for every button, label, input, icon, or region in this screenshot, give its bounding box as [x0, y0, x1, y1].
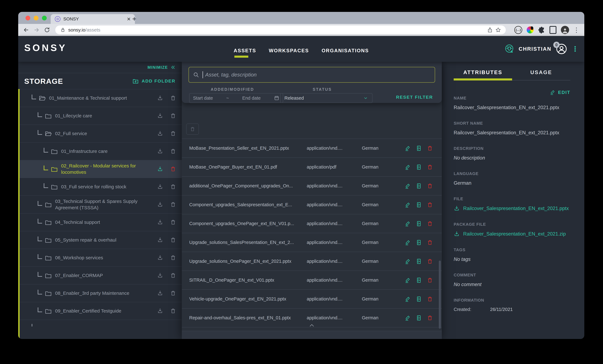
delete-asset-icon[interactable] — [427, 277, 433, 283]
minimize-button[interactable]: MINIMIZE — [148, 65, 168, 70]
sidebar-toggle-icon[interactable] — [549, 26, 557, 34]
folder-label[interactable]: 01_Lifecycle care — [55, 113, 150, 119]
delete-folder-icon[interactable] — [170, 130, 176, 137]
address-bar[interactable]: sonsy.io/assets — [55, 25, 506, 34]
asset-name[interactable]: SITRAIL_D_OnePager_EN_ext_V01.pptx — [189, 278, 307, 283]
folder-label[interactable]: 08_Enabler_3rd party Maintenance — [55, 290, 150, 296]
tree-row[interactable]: 01_Infrastructure care — [20, 142, 182, 160]
edit-asset-icon[interactable] — [405, 183, 411, 189]
table-row[interactable]: Vehicle-upgrade_OnePager_ext_EN_2021.ppt… — [182, 289, 442, 308]
url-text[interactable]: sonsy.io/assets — [68, 27, 485, 33]
download-folder-icon[interactable] — [157, 219, 163, 225]
tree-row[interactable]: 04_Technical support — [20, 213, 182, 231]
package-link-text[interactable]: Railcover_Salespresentation_EN_ext_2021.… — [463, 231, 566, 237]
browser-profile-avatar[interactable] — [561, 26, 569, 34]
edit-asset-icon[interactable] — [405, 164, 411, 170]
tree-row[interactable]: 03_Full service for rolling stock — [20, 178, 182, 196]
browser-tab[interactable]: SONSY ✕ — [51, 14, 135, 24]
archive-asset-icon[interactable] — [416, 315, 422, 321]
add-folder-button[interactable]: ADD FOLDER — [132, 78, 175, 84]
extensions-puzzle-icon[interactable] — [538, 26, 545, 34]
search-input[interactable]: Asset, tag, description — [188, 67, 435, 83]
table-row[interactable]: MoBase_Presentation_Seller_ext_EN_2021.p… — [182, 139, 442, 157]
delete-folder-icon[interactable] — [170, 219, 176, 225]
delete-asset-icon[interactable] — [427, 164, 433, 170]
package-download-link[interactable]: Railcover_Salespresentation_EN_ext_2021.… — [454, 231, 570, 237]
download-folder-icon[interactable] — [157, 237, 163, 243]
tree-row[interactable]: 05_System repair & overhaul — [20, 231, 182, 249]
user-avatar[interactable]: 0 — [556, 43, 567, 55]
status-select[interactable]: Released — [280, 93, 372, 103]
tab-organisations[interactable]: ORGANISATIONS — [322, 48, 369, 58]
edit-asset-icon[interactable] — [405, 277, 411, 283]
delete-folder-icon[interactable] — [170, 237, 176, 243]
forward-icon[interactable] — [34, 27, 40, 33]
edit-asset-icon[interactable] — [405, 315, 411, 321]
delete-folder-icon[interactable] — [170, 308, 176, 314]
asset-name[interactable]: Upgrade_solutions_OnePager_EN_ext_2021.p… — [189, 259, 307, 264]
folder-label[interactable]: 07_Enabler_CORMAP — [55, 272, 150, 279]
archive-asset-icon[interactable] — [416, 202, 422, 208]
edit-asset-icon[interactable] — [405, 296, 411, 302]
delete-folder-icon[interactable] — [170, 148, 176, 154]
minimize-window-button[interactable] — [34, 16, 38, 20]
table-row[interactable]: MoBase_OnePager_Buyer_ext_EN_01.pdf appl… — [182, 157, 442, 176]
tree-row[interactable]: 03_Technical Support & Spares Supply Agr… — [20, 196, 182, 213]
edit-button[interactable]: EDIT — [550, 90, 570, 95]
asset-name[interactable]: Repair-and-overhaul_Sales-pres_ext_EN_01… — [189, 315, 307, 320]
download-folder-icon[interactable] — [157, 148, 163, 154]
asset-name[interactable]: MoBase_Presentation_Seller_ext_EN_2021.p… — [189, 146, 307, 151]
archive-asset-icon[interactable] — [416, 296, 422, 302]
delete-asset-icon[interactable] — [427, 145, 433, 151]
delete-folder-icon[interactable] — [170, 255, 176, 261]
delete-asset-icon[interactable] — [427, 258, 433, 264]
bug-report-icon[interactable] — [504, 44, 514, 54]
reload-icon[interactable] — [44, 27, 50, 33]
extension-color-icon[interactable] — [527, 26, 534, 34]
tab-usage[interactable]: USAGE — [512, 69, 570, 81]
edit-asset-icon[interactable] — [405, 202, 411, 208]
folder-label[interactable]: 04_Technical support — [55, 219, 150, 225]
delete-asset-icon[interactable] — [427, 183, 433, 189]
download-folder-icon[interactable] — [157, 308, 163, 314]
calendar-icon[interactable] — [274, 95, 279, 101]
window-controls[interactable] — [25, 16, 47, 20]
table-row[interactable]: additional_OnePager_Component_upgrades_O… — [182, 176, 442, 195]
tab-assets[interactable]: ASSETS — [234, 48, 256, 58]
folder-label[interactable]: 01_Infrastructure care — [61, 148, 156, 154]
scrollbar-thumb[interactable] — [439, 260, 441, 329]
archive-asset-icon[interactable] — [416, 221, 422, 227]
archive-asset-icon[interactable] — [416, 145, 422, 151]
tree-row[interactable]: 01_Maintenance & Technical support — [20, 89, 182, 107]
edit-asset-icon[interactable] — [405, 145, 411, 151]
delete-folder-icon[interactable] — [170, 113, 176, 119]
archive-asset-icon[interactable] — [416, 183, 422, 189]
new-tab-button[interactable]: + — [132, 15, 136, 23]
close-window-button[interactable] — [25, 16, 30, 20]
file-link-text[interactable]: Railcover_Salespresentation_EN_ext_2021.… — [463, 206, 569, 211]
asset-name[interactable]: MoBase_OnePager_Buyer_ext_EN_01.pdf — [189, 164, 307, 170]
asset-name[interactable]: Vehicle-upgrade_OnePager_ext_EN_2021.ppt… — [189, 296, 307, 302]
tree-row[interactable]: 02_Full service — [20, 125, 182, 142]
tree-row[interactable]: 08_Enabler_3rd party Maintenance — [20, 284, 182, 302]
delete-asset-icon[interactable] — [427, 239, 433, 246]
edit-asset-icon[interactable] — [405, 258, 411, 264]
tab-workspaces[interactable]: WORKSPACES — [269, 48, 309, 58]
table-row[interactable]: Component_upgrades_OnePager_ext_EN_V01.p… — [182, 214, 442, 233]
download-folder-icon[interactable] — [157, 184, 163, 190]
download-folder-icon[interactable] — [157, 272, 163, 279]
download-folder-icon[interactable] — [157, 255, 163, 261]
folder-label[interactable]: 09_Enabler_Certified Testguide — [55, 308, 150, 314]
date-range-input[interactable]: Start date ~ End date — [189, 93, 283, 103]
delete-folder-icon[interactable] — [170, 201, 176, 208]
delete-folder-icon[interactable] — [170, 166, 176, 172]
archive-asset-icon[interactable] — [416, 258, 422, 264]
table-row[interactable]: Upgrade_solutions_OnePager_EN_ext_2021.p… — [182, 252, 442, 270]
folder-label[interactable]: 01_Maintenance & Technical support — [49, 95, 144, 101]
extension-braces-icon[interactable]: {…} — [514, 26, 522, 34]
download-folder-icon[interactable] — [157, 130, 163, 137]
edit-asset-icon[interactable] — [405, 221, 411, 227]
folder-label[interactable]: 06_Workshop services — [55, 255, 150, 261]
delete-asset-icon[interactable] — [427, 296, 433, 302]
back-icon[interactable] — [23, 27, 29, 33]
